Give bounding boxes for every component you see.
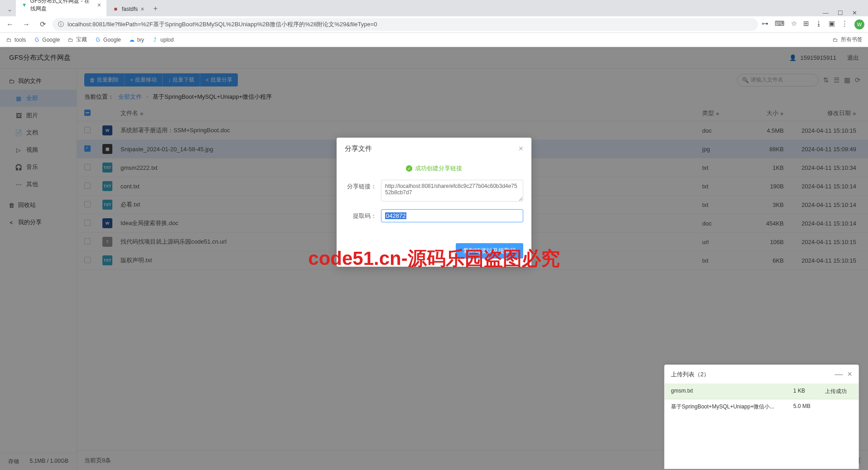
all-bookmarks[interactable]: 🗀所有书签 [832,36,863,43]
upload-row: 基于SpringBoot+MySQL+Uniapp+微信小...5.0 MB [665,399,858,414]
close-icon[interactable]: × [847,369,852,379]
side-panel-icon[interactable]: ▣ [829,19,835,29]
share-modal: 分享文件 × ✓ 成功创建分享链接 分享链接： 提取码： 042872 复制链接… [337,138,531,267]
extensions-icon[interactable]: ⊞ [803,19,809,29]
close-icon[interactable]: × [140,5,144,13]
bookmark-item[interactable]: GGoogle [94,36,121,43]
back-icon[interactable]: ← [4,20,16,29]
menu-icon[interactable]: ⋮ [841,19,848,29]
upload-icon: ⤴ [151,36,159,43]
upload-status [825,403,852,411]
folder-icon: 🗀 [5,36,13,43]
folder-icon: 🗀 [832,36,839,43]
upload-size: 5.0 MB [793,403,825,411]
reload-icon[interactable]: ⟳ [36,20,49,29]
forward-icon[interactable]: → [20,20,33,29]
code-label: 提取码： [345,209,376,222]
tab-title: GFS分布式文件网盘 - 在线网盘 [30,0,95,13]
bookmark-item[interactable]: 🗀宝藏 [67,36,87,43]
site-info-icon[interactable]: ⓘ [58,20,64,29]
bookmarks-bar: 🗀tools GGoogle 🗀宝藏 GGoogle ☁txy ⤴uplod 🗀… [0,33,868,47]
maximize-icon[interactable]: ☐ [838,10,843,16]
browser-tab[interactable]: ■ fastdfs × [106,2,150,16]
upload-filename: 基于SpringBoot+MySQL+Uniapp+微信小... [671,403,793,411]
link-label: 分享链接： [345,180,376,203]
minimize-icon[interactable]: — [823,10,829,16]
avatar-icon[interactable]: W [854,19,864,29]
address-bar: ← → ⟳ ⓘ localhost:8081/file?filePath=%2F… [0,16,868,33]
key-icon[interactable]: ⊶ [762,19,768,29]
google-icon: G [94,36,101,43]
upload-filename: gmsm.txt [671,388,793,395]
cloud-icon: ☁ [128,36,135,43]
tab-dropdown[interactable]: ⌄ [4,2,16,16]
url-input[interactable]: ⓘ localhost:8081/file?filePath=%2F基于Spri… [53,18,758,31]
url-text: localhost:8081/file?filePath=%2F基于Spring… [68,20,752,29]
download-icon[interactable]: ⭳ [815,19,822,29]
bookmark-item[interactable]: 🗀tools [5,36,26,43]
bookmark-item[interactable]: ☁txy [128,36,144,43]
modal-title: 分享文件 [345,144,372,153]
upload-status: 上传成功 [825,388,852,395]
upload-title: 上传列表（2） [671,370,709,379]
bookmark-star-icon[interactable]: ☆ [791,19,797,29]
check-icon: ✓ [406,165,412,172]
close-window-icon[interactable]: ✕ [852,10,857,16]
success-message: ✓ 成功创建分享链接 [345,164,523,173]
upload-panel: 上传列表（2） — × gmsm.txt1 KB上传成功基于SpringBoot… [664,364,859,469]
bookmark-item[interactable]: GGoogle [33,36,60,43]
upload-size: 1 KB [793,388,825,395]
browser-tab-active[interactable]: ▼ GFS分布式文件网盘 - 在线网盘 × [16,0,106,16]
browser-tab-strip: ⌄ ▼ GFS分布式文件网盘 - 在线网盘 × ■ fastdfs × + — … [0,0,868,16]
favicon-icon: ▼ [21,1,28,9]
minimize-icon[interactable]: — [834,369,843,379]
extract-code-field[interactable]: 042872 [381,209,523,222]
tab-title: fastdfs [122,6,138,12]
close-icon[interactable]: × [518,144,523,153]
share-link-field[interactable] [381,180,523,201]
favicon-icon: ■ [112,5,119,13]
copy-button[interactable]: 复制链接以及提取码 [456,243,523,259]
google-icon: G [33,36,40,43]
folder-icon: 🗀 [67,36,74,43]
close-icon[interactable]: × [97,1,101,9]
translate-icon[interactable]: ⌨ [775,19,785,29]
upload-row: gmsm.txt1 KB上传成功 [665,384,858,399]
bookmark-item[interactable]: ⤴uplod [151,36,174,43]
new-tab-button[interactable]: + [150,1,161,16]
